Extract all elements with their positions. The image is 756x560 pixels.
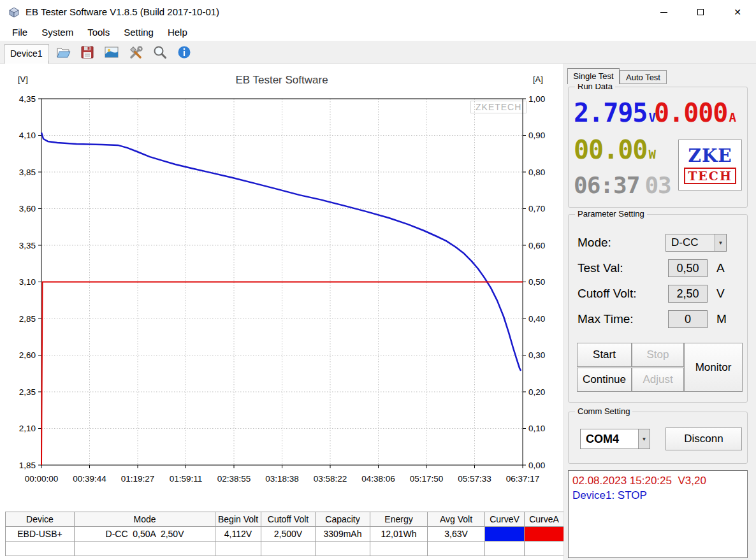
svg-text:2,35: 2,35 bbox=[19, 387, 36, 397]
test-val-label: Test Val: bbox=[578, 259, 623, 277]
tools-button[interactable] bbox=[126, 43, 145, 62]
svg-text:0,50: 0,50 bbox=[528, 277, 545, 287]
col-begin-volt: Begin Volt bbox=[215, 512, 261, 527]
table-row-empty bbox=[6, 542, 564, 556]
svg-text:0,60: 0,60 bbox=[528, 241, 545, 250]
tools-icon bbox=[128, 45, 143, 60]
log-box: 02.08.2023 15:20:25 V3,20 Device1: STOP bbox=[568, 470, 748, 558]
elapsed-time-display: 06:37 03 bbox=[574, 173, 671, 198]
current-display: 0.000 A bbox=[654, 99, 736, 127]
curve-a-swatch bbox=[525, 527, 564, 542]
run-data-group: Run Data 2.795 V 0.000 A 00.00 W 06:37 0… bbox=[568, 87, 748, 208]
cell-capacity: 3309mAh bbox=[316, 527, 370, 542]
com-port-dropdown[interactable]: COM4 ▼ bbox=[580, 429, 650, 449]
svg-text:0,70: 0,70 bbox=[528, 204, 545, 213]
svg-text:01:59:11: 01:59:11 bbox=[170, 474, 203, 484]
power-display: 00.00 W bbox=[574, 136, 655, 164]
test-val-unit: A bbox=[716, 259, 725, 277]
app-icon bbox=[8, 6, 20, 18]
mode-dropdown[interactable]: D-CC ▼ bbox=[665, 234, 727, 252]
maximize-button[interactable] bbox=[682, 0, 719, 24]
svg-text:03:18:38: 03:18:38 bbox=[265, 474, 299, 484]
col-cutoff-volt: Cutoff Volt bbox=[261, 512, 316, 527]
col-energy: Energy bbox=[370, 512, 428, 527]
log-line-status: Device1: STOP bbox=[572, 488, 743, 503]
info-icon bbox=[177, 45, 192, 60]
cell-begin-volt: 4,112V bbox=[215, 527, 261, 542]
save-button[interactable] bbox=[78, 43, 97, 62]
svg-text:4,10: 4,10 bbox=[19, 131, 36, 140]
curve-v-swatch bbox=[485, 527, 525, 542]
minimize-icon bbox=[660, 12, 667, 13]
close-icon: ✕ bbox=[734, 8, 741, 17]
close-button[interactable]: ✕ bbox=[719, 0, 756, 24]
export-image-icon bbox=[104, 45, 119, 60]
start-button[interactable]: Start bbox=[577, 343, 632, 367]
svg-text:2,60: 2,60 bbox=[19, 350, 36, 360]
minimize-button[interactable] bbox=[645, 0, 682, 24]
window-title: EB Tester Software V1.8.5 (Build 2017-10… bbox=[25, 0, 219, 24]
export-image-button[interactable] bbox=[102, 43, 121, 62]
table-header-row: Device Mode Begin Volt Cutoff Volt Capac… bbox=[6, 512, 564, 527]
mode-value: D-CC bbox=[666, 236, 715, 249]
svg-text:3,85: 3,85 bbox=[19, 168, 36, 177]
menu-item-help[interactable]: Help bbox=[161, 24, 194, 41]
tab-single-test[interactable]: Single Test bbox=[567, 68, 620, 84]
max-time-label: Max Time: bbox=[578, 310, 634, 328]
svg-text:05:17:50: 05:17:50 bbox=[410, 474, 444, 484]
menu-item-setting[interactable]: Setting bbox=[117, 24, 161, 41]
cutoff-volt-label: Cutoff Volt: bbox=[578, 285, 637, 303]
svg-text:4,35: 4,35 bbox=[19, 94, 36, 104]
svg-text:0,80: 0,80 bbox=[528, 168, 545, 177]
col-mode: Mode bbox=[75, 512, 215, 527]
svg-text:0,00: 0,00 bbox=[528, 461, 545, 470]
cutoff-volt-input[interactable] bbox=[668, 285, 708, 303]
disconnect-button[interactable]: Disconn bbox=[665, 427, 742, 450]
table-row[interactable]: EBD-USB+ D-CC 0,50A 2,50V 4,112V 2,500V … bbox=[6, 527, 564, 542]
svg-text:03:58:22: 03:58:22 bbox=[314, 474, 347, 484]
chevron-down-icon[interactable]: ▼ bbox=[715, 234, 726, 251]
zoom-button[interactable] bbox=[150, 43, 170, 62]
open-file-button[interactable] bbox=[54, 43, 73, 62]
svg-text:3,10: 3,10 bbox=[19, 277, 36, 287]
info-button[interactable] bbox=[175, 43, 194, 62]
svg-text:2,85: 2,85 bbox=[19, 314, 36, 324]
monitor-button[interactable]: Monitor bbox=[684, 343, 743, 392]
menu-item-system[interactable]: System bbox=[34, 24, 80, 41]
open-file-icon bbox=[55, 45, 71, 60]
svg-text:1,00: 1,00 bbox=[528, 94, 545, 104]
test-val-input[interactable] bbox=[668, 259, 708, 277]
log-line-version: 02.08.2023 15:20:25 V3,20 bbox=[572, 473, 743, 488]
max-time-input[interactable] bbox=[668, 310, 708, 328]
svg-text:00:00:00: 00:00:00 bbox=[25, 474, 59, 484]
cutoff-volt-unit: V bbox=[716, 285, 725, 303]
menu-item-file[interactable]: File bbox=[5, 24, 34, 41]
comm-setting-group: Comm Setting COM4 ▼ Disconn bbox=[568, 412, 748, 464]
col-curve-v: CurveV bbox=[485, 512, 525, 527]
parameter-setting-label: Parameter Setting bbox=[575, 209, 647, 219]
parameter-setting-group: Parameter Setting Mode: D-CC ▼ Test Val:… bbox=[568, 214, 748, 403]
max-time-unit: M bbox=[716, 310, 727, 328]
zoom-icon bbox=[152, 45, 168, 60]
svg-text:0,20: 0,20 bbox=[528, 387, 545, 397]
chevron-down-icon[interactable]: ▼ bbox=[638, 429, 650, 449]
comm-setting-label: Comm Setting bbox=[575, 406, 632, 416]
cell-cutoff-volt: 2,500V bbox=[261, 527, 316, 542]
menu-item-tools[interactable]: Tools bbox=[80, 24, 117, 41]
titlebar: EB Tester Software V1.8.5 (Build 2017-10… bbox=[0, 0, 756, 24]
voltage-display: 2.795 V bbox=[574, 99, 655, 127]
svg-text:3,35: 3,35 bbox=[19, 241, 36, 250]
adjust-button: Adjust bbox=[632, 368, 684, 392]
cell-device: EBD-USB+ bbox=[6, 527, 75, 542]
com-port-value: COM4 bbox=[581, 433, 638, 446]
svg-text:02:38:55: 02:38:55 bbox=[217, 474, 251, 484]
cell-avg-volt: 3,63V bbox=[428, 527, 485, 542]
device-tab[interactable]: Device1 bbox=[4, 44, 49, 64]
toolbar-separator bbox=[48, 44, 49, 61]
zke-logo: ZKE TECH bbox=[678, 140, 742, 190]
menubar: File System Tools Setting Help bbox=[0, 24, 756, 41]
tab-auto-test[interactable]: Auto Test bbox=[620, 70, 667, 84]
continue-button[interactable]: Continue bbox=[577, 368, 632, 392]
svg-text:0,30: 0,30 bbox=[528, 350, 545, 360]
maximize-icon bbox=[697, 9, 704, 15]
